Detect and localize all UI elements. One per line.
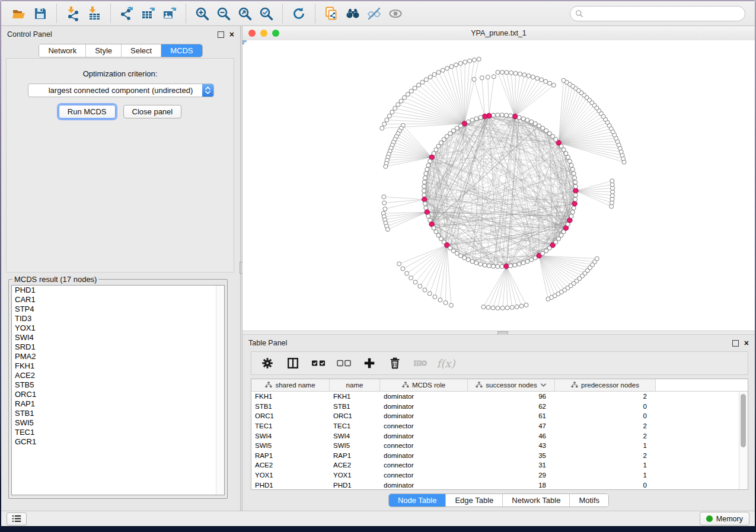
mcds-result-item[interactable]: SWI5 — [12, 418, 224, 428]
cell-shared-name[interactable]: ORC1 — [251, 412, 330, 419]
mcds-result-item[interactable]: GCR1 — [12, 437, 224, 447]
cell-MCDS-role[interactable]: connector — [380, 472, 468, 479]
zoom-selected-icon[interactable] — [256, 4, 277, 24]
mcds-result-item[interactable]: STP4 — [12, 305, 224, 314]
table-row[interactable]: ORC1ORC1dominator610 — [251, 411, 748, 421]
table-row[interactable]: FKH1FKH1dominator962 — [251, 392, 748, 402]
task-history-button[interactable] — [7, 512, 27, 525]
cell-name[interactable]: SWI4 — [330, 432, 380, 440]
cell-MCDS-role[interactable]: dominator — [380, 452, 468, 459]
cell-MCDS-role[interactable]: dominator — [380, 432, 468, 440]
mcds-result-item[interactable]: TID3 — [12, 314, 224, 323]
run-mcds-button[interactable]: Run MCDS — [59, 105, 116, 118]
select-all-rows-icon[interactable] — [308, 354, 328, 372]
mcds-list-scrollbar[interactable] — [216, 286, 224, 495]
zoom-in-icon[interactable] — [192, 4, 213, 24]
cell-successor-nodes[interactable]: 18 — [468, 482, 555, 489]
cell-successor-nodes[interactable]: 46 — [468, 432, 555, 440]
column-header-predecessor-nodes[interactable]: predecessor nodes — [555, 379, 656, 391]
table-scrollbar-thumb[interactable] — [741, 394, 746, 447]
find-binoculars-icon[interactable] — [342, 4, 363, 24]
close-panel-icon[interactable]: × — [229, 31, 234, 37]
cell-shared-name[interactable]: STB1 — [251, 403, 330, 410]
export-image-icon[interactable] — [159, 4, 180, 24]
zoom-fit-icon[interactable] — [234, 4, 256, 24]
cell-shared-name[interactable]: YOX1 — [251, 472, 330, 479]
tab-edge-table[interactable]: Edge Table — [445, 494, 502, 507]
cell-shared-name[interactable]: RAP1 — [251, 452, 330, 459]
cell-name[interactable]: TEC1 — [330, 422, 380, 430]
table-row[interactable]: ACE2ACE2connector311 — [251, 460, 748, 470]
table-row[interactable]: STB1STB1dominator620 — [251, 402, 748, 412]
column-header-MCDS-role[interactable]: MCDS role — [380, 379, 468, 391]
import-table-icon[interactable] — [84, 4, 105, 24]
table-row[interactable]: SWI5SWI5connector431 — [251, 441, 748, 451]
tab-select[interactable]: Select — [121, 44, 161, 57]
table-row[interactable]: TEC1TEC1connector472 — [251, 421, 748, 431]
mcds-result-item[interactable]: TEC1 — [12, 428, 224, 437]
tab-network-table[interactable]: Network Table — [502, 494, 569, 507]
cell-predecessor-nodes[interactable]: 0 — [555, 403, 656, 410]
mcds-result-list[interactable]: PHD1CAR1STP4TID3YOX1SWI4SRD1PMA2FKH1ACE2… — [11, 285, 225, 495]
cell-shared-name[interactable]: ACE2 — [251, 462, 330, 469]
cell-name[interactable]: ORC1 — [330, 412, 380, 419]
cell-predecessor-nodes[interactable]: 1 — [555, 442, 656, 449]
import-network-icon[interactable] — [62, 4, 84, 24]
mcds-result-item[interactable]: ACE2 — [12, 371, 224, 380]
refresh-icon[interactable] — [288, 4, 310, 24]
add-column-icon[interactable] — [359, 354, 379, 372]
table-row[interactable]: PHD1PHD1dominator180 — [251, 480, 748, 490]
tab-mcds[interactable]: MCDS — [161, 44, 202, 57]
close-panel-icon[interactable]: × — [744, 340, 749, 346]
mcds-result-item[interactable]: RAP1 — [12, 399, 224, 409]
mcds-result-item[interactable]: CAR1 — [12, 295, 224, 305]
criterion-dropdown[interactable]: largest connected component (undirected) — [28, 84, 214, 97]
cell-predecessor-nodes[interactable]: 1 — [555, 472, 656, 479]
cell-successor-nodes[interactable]: 62 — [468, 403, 555, 410]
cell-successor-nodes[interactable]: 35 — [468, 452, 555, 459]
cell-MCDS-role[interactable]: dominator — [380, 393, 468, 400]
cell-successor-nodes[interactable]: 96 — [468, 393, 555, 400]
zoom-out-icon[interactable] — [213, 4, 234, 24]
mcds-result-item[interactable]: STB5 — [12, 380, 224, 390]
export-table-icon[interactable] — [138, 4, 159, 24]
mcds-result-item[interactable]: FKH1 — [12, 361, 224, 371]
cell-MCDS-role[interactable]: connector — [380, 462, 468, 469]
table-scrollbar[interactable] — [739, 392, 748, 489]
cell-shared-name[interactable]: FKH1 — [251, 393, 330, 400]
cell-name[interactable]: SWI5 — [330, 442, 380, 449]
table-row[interactable]: RAP1RAP1dominator352 — [251, 451, 748, 461]
cell-successor-nodes[interactable]: 29 — [468, 472, 555, 479]
cell-shared-name[interactable]: SWI4 — [251, 432, 330, 440]
cell-name[interactable]: ACE2 — [330, 462, 380, 469]
horizontal-splitter[interactable] — [243, 331, 755, 335]
column-header-successor-nodes[interactable]: successor nodes — [468, 379, 555, 391]
cell-predecessor-nodes[interactable]: 0 — [555, 482, 656, 489]
memory-button[interactable]: Memory — [700, 512, 749, 525]
cell-MCDS-role[interactable]: dominator — [380, 482, 468, 489]
open-file-icon[interactable] — [8, 4, 30, 24]
tab-style[interactable]: Style — [85, 44, 121, 57]
export-network-icon[interactable] — [116, 4, 138, 24]
network-canvas[interactable] — [243, 40, 755, 331]
float-panel-icon[interactable] — [732, 340, 739, 347]
column-header-name[interactable]: name — [330, 379, 380, 391]
cell-name[interactable]: PHD1 — [330, 482, 380, 489]
search-input[interactable] — [570, 6, 745, 21]
deselect-all-rows-icon[interactable] — [334, 354, 354, 372]
cell-shared-name[interactable]: PHD1 — [251, 482, 330, 489]
tab-network[interactable]: Network — [39, 44, 85, 57]
cell-predecessor-nodes[interactable]: 1 — [555, 462, 656, 469]
cell-name[interactable]: YOX1 — [330, 472, 380, 479]
duplicate-network-icon[interactable] — [321, 4, 342, 24]
cell-MCDS-role[interactable]: dominator — [380, 403, 468, 410]
hide-selected-icon[interactable] — [363, 4, 385, 24]
mcds-result-item[interactable]: SRD1 — [12, 342, 224, 352]
cell-MCDS-role[interactable]: connector — [380, 422, 468, 430]
close-panel-button[interactable]: Close panel — [123, 105, 182, 118]
show-all-icon[interactable] — [385, 4, 406, 24]
column-layout-icon[interactable] — [283, 354, 303, 372]
cell-successor-nodes[interactable]: 31 — [468, 462, 555, 469]
cell-shared-name[interactable]: TEC1 — [251, 422, 330, 430]
mcds-result-item[interactable]: PMA2 — [12, 352, 224, 361]
